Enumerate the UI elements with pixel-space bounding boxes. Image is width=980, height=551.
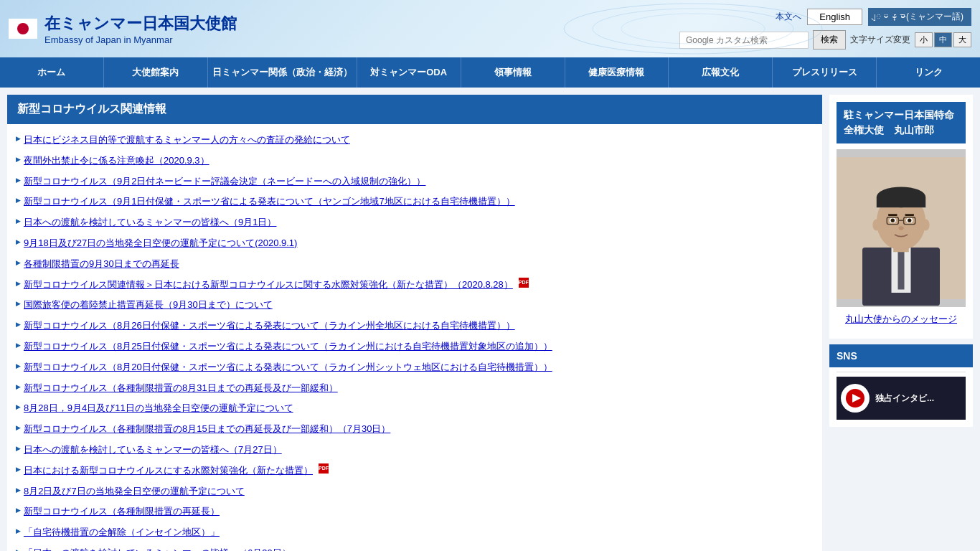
ambassador-header: 駐ミャンマー日本国特命全権大使 丸山市郎 — [837, 102, 966, 143]
sns-header: SNS — [829, 344, 973, 367]
main-content: 新型コロナウイルス関連情報 日本にビジネス目的等で渡航するミャンマー人の方々への… — [0, 88, 980, 551]
news-link[interactable]: 新型コロナウイルス（9月2日付ネービードー評議会決定（ネービードーへの入域規制の… — [24, 174, 425, 189]
news-link[interactable]: 日本における新型コロナウイルスにする水際対策強化（新たな措置） — [24, 463, 313, 479]
nav-item[interactable]: 大使館案内 — [104, 57, 208, 88]
ambassador-portrait-icon — [837, 149, 966, 307]
list-item: 新型コロナウイルス（各種制限措置の8月31日までの再延長及び一部緩和） — [16, 378, 814, 399]
list-item: 9月18日及び27日の当地発全日空便の運航予定について(2020.9.1) — [16, 233, 814, 254]
site-title-english: Embassy of Japan in Myanmar — [44, 34, 237, 45]
svg-point-13 — [891, 219, 895, 222]
list-item: 新型コロナウイルス（9月2日付ネービードー評議会決定（ネービードーへの入域規制の… — [16, 171, 814, 192]
fontsize-large-button[interactable]: 大 — [953, 32, 971, 47]
svg-rect-16 — [905, 214, 914, 216]
news-link[interactable]: 各種制限措置の9月30日までの再延長 — [24, 257, 179, 272]
list-item: 「自宅待機措置の全解除（インセイン地区）」 — [16, 522, 814, 543]
list-item: 日本への渡航を検討しているミャンマーの皆様へ（7月27日） — [16, 440, 814, 461]
news-link[interactable]: 新型コロナウイルス（8月20日付保健・スポーツ省による発表について（ラカイン州シ… — [24, 360, 552, 375]
list-item: 8月28日，9月4日及び11日の当地発全日空便の運航予定について — [16, 398, 814, 419]
fontsize-medium-button[interactable]: 中 — [934, 32, 952, 47]
nav-item[interactable]: リンク — [877, 57, 980, 88]
sns-circle-icon — [841, 384, 870, 413]
svg-point-17 — [898, 226, 903, 230]
news-link[interactable]: 新型コロナウイルス（9月1日付保健・スポーツ省による発表について（ヤンゴン地域7… — [24, 194, 515, 209]
svg-point-21 — [872, 219, 880, 230]
fontsize-small-button[interactable]: 小 — [915, 32, 933, 47]
news-link[interactable]: 新型コロナウイルス（各種制限措置の再延長） — [24, 504, 220, 519]
svg-rect-6 — [898, 251, 905, 290]
news-link[interactable]: 新型コロナウイルス（各種制限措置の8月31日までの再延長及び一部緩和） — [24, 381, 338, 396]
nav-item[interactable]: 広報文化 — [669, 57, 773, 88]
news-content: 新型コロナウイルス関連情報 日本にビジネス目的等で渡航するミャンマー人の方々への… — [7, 95, 822, 551]
search-row: 検索 文字サイズ変更 小 中 大 — [679, 30, 971, 50]
news-link[interactable]: 「自宅待機措置の全解除（インセイン地区）」 — [24, 525, 220, 540]
svg-rect-15 — [888, 214, 897, 216]
nav-item[interactable]: プレスリリース — [773, 57, 877, 88]
nav-item[interactable]: ホーム — [0, 57, 104, 88]
news-link[interactable]: 日本への渡航を検討しているミャンマーの皆様へ（9月1日） — [24, 215, 276, 230]
svg-point-22 — [922, 219, 930, 230]
news-link[interactable]: 新型コロナウイルス（8月26日付保健・スポーツ省による発表について（ラカイン州全… — [24, 319, 515, 334]
myanmar-language-button[interactable]: ျမန္မာ(ミャンマー語) — [868, 8, 971, 26]
news-link[interactable]: 日本への渡航を検討しているミャンマーの皆様へ（7月27日） — [24, 443, 282, 458]
news-list: 日本にビジネス目的等で渡航するミャンマー人の方々への査証の発給について夜間外出禁… — [7, 124, 822, 551]
ambassador-message-link[interactable]: 丸山大使からのメッセージ — [837, 307, 966, 331]
news-link[interactable]: 新型コロナウイルス（8月25日付保健・スポーツ省による発表について（ラカイン州に… — [24, 339, 552, 354]
english-button[interactable]: English — [807, 9, 862, 25]
list-item: 日本への渡航を検討しているミャンマーの皆様へ（9月1日） — [16, 212, 814, 233]
header-top-links: 本文へ English ျမန္မာ(ミャンマー語) — [776, 8, 971, 26]
ambassador-photo — [837, 149, 966, 307]
news-link[interactable]: 夜間外出禁止令に係る注意喚起（2020.9.3） — [24, 154, 209, 169]
list-item: 日本における新型コロナウイルスにする水際対策強化（新たな措置）PDF — [16, 461, 814, 481]
list-item: 新型コロナウイルス（各種制限措置の再延長） — [16, 501, 814, 522]
news-link[interactable]: 「日本への渡航を検討しているミャンマーの皆様へ（6月30日）」 — [24, 546, 301, 551]
fontsize-buttons: 小 中 大 — [915, 32, 971, 47]
news-link[interactable]: 国際旅客便の着陸禁止措置再延長（9月30日まで）について — [24, 298, 273, 313]
sns-divider — [837, 372, 966, 372]
news-link[interactable]: 8月2日及び7日の当地発全日空便の運航予定について — [24, 484, 245, 499]
japan-flag-icon — [9, 19, 37, 39]
honbun-link[interactable]: 本文へ — [776, 11, 801, 23]
news-link[interactable]: 新型コロナウイルス関連情報＞日本における新型コロナウイルスに関する水際対策強化（… — [24, 278, 513, 293]
nav-item[interactable]: 日ミャンマー関係（政治・経済） — [208, 57, 357, 88]
news-link[interactable]: 9月18日及び27日の当地発全日空便の運航予定について(2020.9.1) — [24, 236, 297, 251]
pdf-icon: PDF — [519, 278, 529, 288]
sns-section: SNS 独占インタビ... — [829, 344, 973, 427]
fontsize-label: 文字サイズ変更 — [850, 34, 910, 46]
sidebar: 駐ミャンマー日本国特命全権大使 丸山市郎 — [829, 95, 973, 551]
header-right: 本文へ English ျမန္မာ(ミャンマー語) 検索 文字サイズ変更 小 … — [679, 8, 971, 50]
list-item: 「日本への渡航を検討しているミャンマーの皆様へ（6月30日）」 — [16, 543, 814, 551]
list-item: 新型コロナウイルス（8月25日付保健・スポーツ省による発表について（ラカイン州に… — [16, 336, 814, 357]
main-navigation: ホーム大使館案内日ミャンマー関係（政治・経済）対ミャンマーODA領事情報健康医療… — [0, 57, 980, 88]
list-item: 各種制限措置の9月30日までの再延長 — [16, 254, 814, 275]
header-left: 在ミャンマー日本国大使館 Embassy of Japan in Myanmar — [9, 13, 237, 45]
sns-banner[interactable]: 独占インタビ... — [837, 377, 966, 420]
header: 在ミャンマー日本国大使館 Embassy of Japan in Myanmar… — [0, 0, 980, 57]
list-item: 新型コロナウイルス（8月26日付保健・スポーツ省による発表について（ラカイン州全… — [16, 316, 814, 336]
svg-point-1 — [17, 23, 29, 34]
sns-banner-text: 独占インタビ... — [875, 392, 934, 405]
pdf-icon: PDF — [319, 463, 329, 474]
nav-item[interactable]: 領事情報 — [461, 57, 565, 88]
news-link[interactable]: 8月28日，9月4日及び11日の当地発全日空便の運航予定について — [24, 401, 293, 416]
list-item: 新型コロナウイルス関連情報＞日本における新型コロナウイルスに関する水際対策強化（… — [16, 275, 814, 296]
svg-rect-10 — [877, 197, 925, 207]
svg-point-14 — [908, 219, 911, 222]
news-link[interactable]: 日本にビジネス目的等で渡航するミャンマー人の方々への査証の発給について — [24, 133, 350, 148]
list-item: 新型コロナウイルス（各種制限措置の8月15日までの再延長及び一部緩和）（7月30… — [16, 419, 814, 440]
nav-item[interactable]: 対ミャンマーODA — [357, 57, 461, 88]
list-item: 日本にビジネス目的等で渡航するミャンマー人の方々への査証の発給について — [16, 130, 814, 151]
list-item: 夜間外出禁止令に係る注意喚起（2020.9.3） — [16, 151, 814, 171]
list-item: 新型コロナウイルス（9月1日付保健・スポーツ省による発表について（ヤンゴン地域7… — [16, 192, 814, 212]
list-item: 国際旅客便の着陸禁止措置再延長（9月30日まで）について — [16, 295, 814, 316]
section-header: 新型コロナウイルス関連情報 — [7, 95, 822, 124]
search-input[interactable] — [679, 32, 809, 49]
nav-item[interactable]: 健康医療情報 — [565, 57, 669, 88]
video-icon — [845, 388, 865, 408]
site-title-japanese: 在ミャンマー日本国大使館 — [44, 13, 237, 34]
list-item: 8月2日及び7日の当地発全日空便の運航予定について — [16, 481, 814, 502]
ambassador-section: 駐ミャンマー日本国特命全権大使 丸山市郎 — [829, 95, 973, 339]
list-item: 新型コロナウイルス（8月20日付保健・スポーツ省による発表について（ラカイン州シ… — [16, 357, 814, 378]
news-link[interactable]: 新型コロナウイルス（各種制限措置の8月15日までの再延長及び一部緩和）（7月30… — [24, 422, 390, 437]
site-title: 在ミャンマー日本国大使館 Embassy of Japan in Myanmar — [44, 13, 237, 45]
search-button[interactable]: 検索 — [813, 30, 846, 50]
